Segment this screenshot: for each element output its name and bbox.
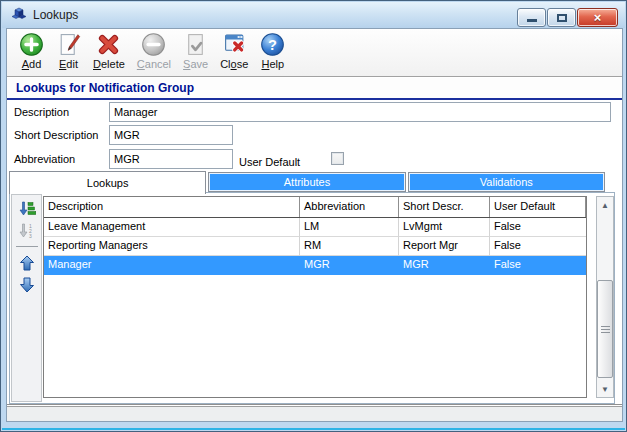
cell-abbreviation: RM xyxy=(300,237,399,256)
tab-label: Attributes xyxy=(284,176,330,188)
add-icon xyxy=(19,32,44,57)
column-header-abbreviation[interactable]: Abbreviation xyxy=(300,197,399,217)
cell-short-descr: LvMgmt xyxy=(399,218,490,237)
delete-button-label: Delete xyxy=(93,58,125,70)
minimize-icon xyxy=(527,19,537,22)
lookups-table: Description Abbreviation Short Descr. Us… xyxy=(43,196,587,398)
abbreviation-label: Abbreviation xyxy=(14,153,75,165)
column-header-description[interactable]: Description xyxy=(44,197,300,217)
cell-short-descr: Report Mgr xyxy=(399,237,490,256)
maximize-icon xyxy=(557,14,567,22)
scroll-up-button[interactable]: ▲ xyxy=(597,197,613,213)
scroll-down-button[interactable]: ▼ xyxy=(597,381,613,397)
edit-button-label: Edit xyxy=(59,58,78,70)
tab-strip: Lookups Attributes Validations xyxy=(9,171,605,193)
cancel-icon xyxy=(141,32,166,57)
tab-label: Lookups xyxy=(87,177,129,189)
close-window-icon xyxy=(222,32,247,57)
user-default-checkbox[interactable] xyxy=(331,152,344,165)
side-toolbar-separator xyxy=(16,246,38,247)
abbreviation-input[interactable] xyxy=(109,149,233,169)
lookups-tab-panel: 1 2 3 D xyxy=(9,192,615,404)
close-button[interactable]: × xyxy=(577,8,618,27)
cell-short-descr: MGR xyxy=(399,256,490,275)
maximize-button[interactable] xyxy=(547,8,576,27)
cancel-button: Cancel xyxy=(131,31,177,71)
short-description-label: Short Description xyxy=(14,129,98,141)
title-bar[interactable]: Lookups × xyxy=(2,2,625,28)
tab-lookups[interactable]: Lookups xyxy=(9,171,206,194)
user-default-label: User Default xyxy=(239,156,300,168)
close-icon: × xyxy=(594,10,602,25)
table-row-selected[interactable]: Manager MGR MGR False xyxy=(44,256,586,275)
section-header: Lookups for Notification Group xyxy=(7,78,622,100)
scrollbar-track[interactable] xyxy=(597,213,613,381)
add-button[interactable]: Add xyxy=(13,31,50,71)
edit-icon xyxy=(56,32,81,57)
scrollbar-thumb[interactable] xyxy=(597,280,613,378)
save-button-label: Save xyxy=(183,58,208,70)
move-up-button[interactable] xyxy=(16,254,38,271)
cell-description: Manager xyxy=(44,256,300,275)
scrollbar-grip-icon xyxy=(601,326,610,333)
sort-numeric-button: 1 2 3 xyxy=(16,222,38,239)
client-area: Add Edit Delete xyxy=(6,28,623,422)
lookups-window: Lookups × Add xyxy=(0,0,627,432)
cancel-button-label: Cancel xyxy=(137,58,171,70)
delete-button[interactable]: Delete xyxy=(87,31,131,71)
cell-description: Reporting Managers xyxy=(44,237,300,256)
minimize-button[interactable] xyxy=(517,8,546,27)
column-header-short-descr[interactable]: Short Descr. xyxy=(399,197,490,217)
svg-text:?: ? xyxy=(268,37,277,53)
cell-user-default: False xyxy=(490,237,586,256)
cubes-icon xyxy=(11,7,27,23)
grid-side-toolbar: 1 2 3 xyxy=(11,194,42,402)
description-input[interactable] xyxy=(109,102,611,122)
edit-button[interactable]: Edit xyxy=(50,31,87,71)
add-button-label: Add xyxy=(22,58,42,70)
move-down-icon xyxy=(18,277,36,293)
cell-abbreviation: MGR xyxy=(300,256,399,275)
close-form-button-label: Close xyxy=(220,58,248,70)
sort-ascending-button[interactable] xyxy=(16,200,38,217)
table-header-row: Description Abbreviation Short Descr. Us… xyxy=(44,197,586,218)
close-form-button[interactable]: Close xyxy=(214,31,254,71)
save-button: Save xyxy=(177,31,214,71)
tab-label: Validations xyxy=(480,176,533,188)
move-up-icon xyxy=(18,255,36,271)
cell-user-default: False xyxy=(490,218,586,237)
save-icon xyxy=(183,32,208,57)
table-row[interactable]: Leave Management LM LvMgmt False xyxy=(44,218,586,237)
help-icon: ? xyxy=(260,32,285,57)
table-row[interactable]: Reporting Managers RM Report Mgr False xyxy=(44,237,586,256)
vertical-scrollbar[interactable]: ▲ ▼ xyxy=(596,196,614,398)
move-down-button[interactable] xyxy=(16,276,38,293)
tab-validations[interactable]: Validations xyxy=(408,172,605,192)
toolbar: Add Edit Delete xyxy=(7,29,622,76)
cell-user-default: False xyxy=(490,256,586,275)
help-button-label: Help xyxy=(261,58,284,70)
tab-attributes[interactable]: Attributes xyxy=(208,172,405,192)
short-description-input[interactable] xyxy=(109,125,233,145)
window-title: Lookups xyxy=(33,8,78,22)
window-controls: × xyxy=(517,8,618,27)
description-label: Description xyxy=(14,106,69,118)
column-header-user-default[interactable]: User Default xyxy=(490,197,586,217)
delete-icon xyxy=(96,32,121,57)
svg-text:3: 3 xyxy=(29,233,32,239)
help-button[interactable]: ? Help xyxy=(254,31,291,71)
window-bottom-edge xyxy=(2,428,625,430)
cell-abbreviation: LM xyxy=(300,218,399,237)
status-bar xyxy=(7,407,622,421)
sort-ascending-icon xyxy=(18,201,36,217)
sort-numeric-icon: 1 2 3 xyxy=(18,223,36,239)
cell-description: Leave Management xyxy=(44,218,300,237)
